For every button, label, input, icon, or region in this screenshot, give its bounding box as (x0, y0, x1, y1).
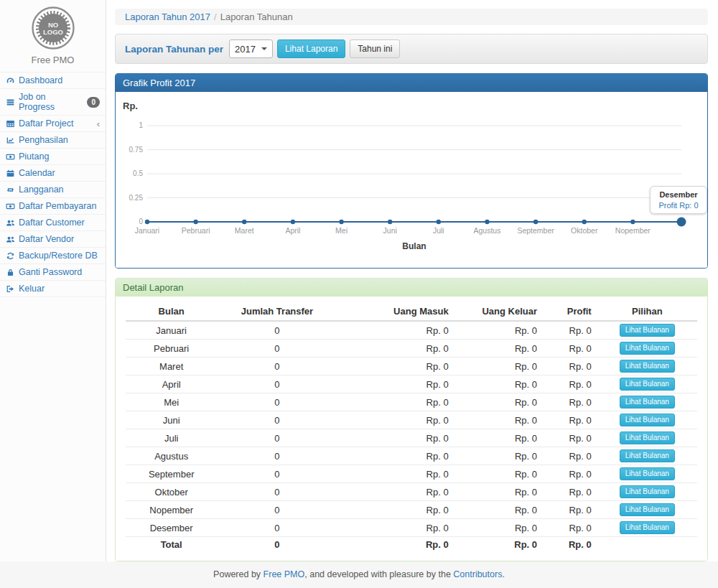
cell-bulan: Juli (126, 429, 217, 447)
cell-jumlah-transfer: 0 (217, 465, 337, 483)
tahun-ini-button[interactable]: Tahun ini (350, 39, 400, 58)
main-content: Laporan Tahun 2017/Laporan Tahunan Lapor… (107, 0, 718, 561)
cell-bulan: Pebruari (126, 340, 217, 358)
lihat-bulanan-button[interactable]: Lihat Bulanan (620, 396, 675, 409)
logo-block: NO LOGO Free PMO (0, 0, 106, 65)
sidebar-item-ganti-password[interactable]: Ganti Password (0, 264, 106, 281)
lihat-bulanan-button[interactable]: Lihat Bulanan (620, 324, 675, 337)
lihat-laporan-button[interactable]: Lihat Laporan (277, 39, 345, 58)
money-icon (6, 152, 15, 162)
column-header-jumlah-transfer: Jumlah Transfer (217, 302, 337, 321)
chart-panel-title: Grafik Profit 2017 (116, 74, 707, 92)
footer-text-middle: , and developed with pleasure by the (304, 569, 453, 579)
cell-pilihan: Lihat Bulanan (597, 321, 697, 340)
cell-uang-keluar: Rp. 0 (454, 447, 543, 465)
cell-uang-masuk: Rp. 0 (337, 465, 454, 483)
tooltip-value: Profit Rp: 0 (658, 201, 699, 210)
lihat-bulanan-button[interactable]: Lihat Bulanan (620, 378, 675, 391)
sidebar-item-backup-restore-db[interactable]: Backup/Restore DB (0, 248, 106, 264)
sidebar-item-job-on-progress[interactable]: Job on Progress0 (0, 89, 106, 116)
sidebar-item-dashboard[interactable]: Dashboard (0, 73, 106, 89)
cell-pilihan: Lihat Bulanan (597, 340, 697, 358)
cell-profit: Rp. 0 (543, 321, 597, 340)
cell-jumlah-transfer: 0 (217, 321, 337, 340)
cell-uang-masuk: Rp. 0 (337, 358, 454, 375)
sidebar-item-penghasilan[interactable]: Penghasilan (0, 132, 106, 149)
users-icon (6, 235, 15, 244)
sidebar-item-calendar[interactable]: Calendar (0, 165, 106, 182)
table-row: Oktober 0 Rp. 0 Rp. 0 Rp. 0 Lihat Bulana… (126, 483, 697, 501)
svg-text:Mei: Mei (335, 226, 348, 235)
lihat-bulanan-button[interactable]: Lihat Bulanan (620, 342, 675, 355)
table-header-row: BulanJumlah TransferUang MasukUang Kelua… (126, 302, 697, 321)
cell-jumlah-transfer: 0 (217, 447, 337, 465)
lihat-bulanan-button[interactable]: Lihat Bulanan (620, 503, 675, 516)
cell-uang-keluar: Rp. 0 (454, 465, 543, 483)
detail-report-panel: Detail Laporan BulanJumlah TransferUang … (115, 278, 708, 561)
profit-line-chart[interactable]: Rp.00.250.50.751JanuariPebruariMaretApri… (116, 92, 707, 268)
cell-pilihan: Lihat Bulanan (597, 501, 697, 519)
sidebar-item-langganan[interactable]: Langganan (0, 182, 106, 198)
svg-text:1: 1 (139, 121, 143, 129)
cell-jumlah-transfer: 0 (217, 501, 337, 519)
lihat-bulanan-button[interactable]: Lihat Bulanan (620, 521, 675, 534)
cell-profit: Rp. 0 (543, 340, 597, 358)
column-header-bulan: Bulan (126, 302, 217, 321)
cell-jumlah-transfer: 0 (217, 483, 337, 501)
cell-uang-keluar: Rp. 0 (454, 411, 543, 429)
svg-text:Juni: Juni (383, 226, 397, 235)
sidebar-item-piutang[interactable]: Piutang (0, 149, 106, 165)
sidebar-item-label: Daftar Pembayaran (19, 201, 96, 211)
sidebar-item-label: Calendar (19, 168, 55, 178)
lihat-bulanan-button[interactable]: Lihat Bulanan (620, 467, 675, 480)
sign-out-icon (6, 284, 15, 294)
sidebar-item-daftar-project[interactable]: Daftar Project‹ (0, 116, 106, 132)
tasks-icon (6, 98, 15, 107)
chart-area: Rp.00.250.50.751JanuariPebruariMaretApri… (116, 92, 707, 268)
cell-uang-masuk: Rp. 0 (337, 321, 454, 340)
svg-text:NO: NO (47, 21, 57, 29)
lihat-bulanan-button[interactable]: Lihat Bulanan (620, 485, 675, 498)
sidebar-item-label: Penghasilan (19, 135, 68, 145)
sidebar-item-daftar-customer[interactable]: Daftar Customer (0, 215, 106, 231)
sidebar-item-label: Langganan (19, 185, 64, 195)
chart-tooltip: Desember Profit Rp: 0 (650, 186, 707, 214)
lihat-bulanan-button[interactable]: Lihat Bulanan (620, 360, 675, 373)
breadcrumb-link[interactable]: Laporan Tahun 2017 (125, 11, 210, 22)
cell-profit: Rp. 0 (543, 483, 597, 501)
brand-name: Free PMO (0, 55, 106, 65)
cell-pilihan: Lihat Bulanan (597, 519, 697, 537)
sidebar-item-daftar-pembayaran[interactable]: Daftar Pembayaran (0, 198, 106, 215)
total-uang-keluar: Rp. 0 (454, 537, 543, 553)
cell-bulan: Juni (126, 411, 217, 429)
lihat-bulanan-button[interactable]: Lihat Bulanan (620, 431, 675, 444)
sidebar-item-keluar[interactable]: Keluar (0, 281, 106, 297)
year-filter-panel: Laporan Tahunan per 2017 Lihat Laporan T… (115, 34, 708, 64)
cell-bulan: September (126, 465, 217, 483)
breadcrumb-current: Laporan Tahunan (220, 11, 293, 22)
svg-text:September: September (517, 226, 554, 235)
breadcrumb: Laporan Tahun 2017/Laporan Tahunan (115, 9, 708, 25)
lihat-bulanan-button[interactable]: Lihat Bulanan (620, 414, 675, 426)
year-select[interactable]: 2017 (229, 39, 273, 58)
svg-text:Juli: Juli (433, 226, 444, 235)
cell-profit: Rp. 0 (543, 501, 597, 519)
money-icon (6, 202, 15, 211)
table-row: Desember 0 Rp. 0 Rp. 0 Rp. 0 Lihat Bulan… (126, 519, 697, 537)
cell-uang-keluar: Rp. 0 (454, 321, 543, 340)
svg-text:0.5: 0.5 (133, 169, 143, 177)
table-icon (6, 119, 15, 129)
lihat-bulanan-button[interactable]: Lihat Bulanan (620, 449, 675, 462)
sidebar-item-daftar-vendor[interactable]: Daftar Vendor (0, 231, 106, 248)
footer-link-freepmo[interactable]: Free PMO (264, 569, 305, 579)
svg-text:April: April (285, 226, 300, 235)
cell-uang-masuk: Rp. 0 (337, 447, 454, 465)
footer-link-contributors[interactable]: Contributors (453, 569, 502, 579)
lock-icon (6, 268, 15, 277)
cell-jumlah-transfer: 0 (217, 519, 337, 537)
cell-jumlah-transfer: 0 (217, 393, 337, 411)
svg-text:Nopember: Nopember (615, 226, 651, 235)
total-jumlah-transfer: 0 (217, 537, 337, 553)
svg-text:0.25: 0.25 (129, 194, 144, 202)
cell-bulan: Maret (126, 358, 217, 375)
